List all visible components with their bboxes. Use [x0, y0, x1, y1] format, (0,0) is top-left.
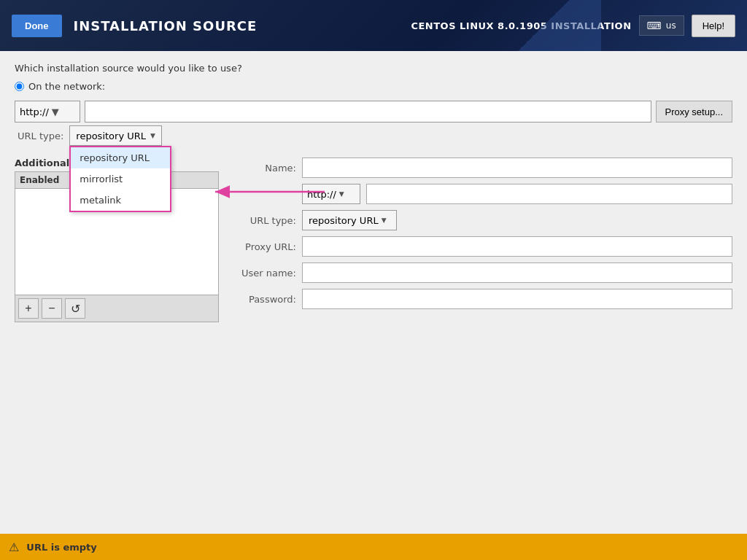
- header-left: Done INSTALLATION SOURCE: [12, 15, 257, 37]
- done-button[interactable]: Done: [12, 15, 62, 37]
- main-content: Which installation source would you like…: [0, 51, 747, 534]
- status-icon: ⚠: [9, 540, 19, 554]
- section-question: Which installation source would you like…: [15, 63, 732, 74]
- repo-url-input[interactable]: [366, 184, 732, 204]
- repo-url-type-arrow: ▼: [382, 217, 387, 224]
- header-decoration: [514, 0, 601, 51]
- add-repo-button[interactable]: +: [18, 298, 39, 319]
- proxy-setup-button[interactable]: Proxy setup...: [656, 101, 732, 122]
- repo-proxy-url-label: Proxy URL:: [231, 241, 296, 252]
- url-type-label-main: URL type:: [18, 131, 63, 141]
- repo-password-label: Password:: [231, 294, 296, 305]
- url-type-row: URL type: repository URL ▼ repository UR…: [15, 125, 732, 146]
- repo-name-input[interactable]: [302, 158, 732, 178]
- protocol-dropdown-arrow-main: ▼: [52, 106, 59, 117]
- status-bar: ⚠ URL is empty: [0, 534, 747, 560]
- network-radio[interactable]: [15, 82, 24, 91]
- status-text: URL is empty: [26, 542, 96, 553]
- url-type-selected-main: repository URL: [76, 131, 146, 141]
- refresh-repo-button[interactable]: ↺: [65, 298, 85, 319]
- protocol-select-main[interactable]: http:// ▼: [15, 101, 80, 122]
- repo-password-row: Password:: [231, 289, 732, 309]
- repo-username-row: User name:: [231, 262, 732, 283]
- menu-item-metalink[interactable]: metalink: [71, 190, 170, 211]
- repo-protocol-arrow: ▼: [339, 190, 344, 198]
- url-type-dropdown-button[interactable]: repository URL ▼: [69, 125, 162, 146]
- protocol-label-main: http://: [20, 106, 49, 117]
- keyboard-label: us: [666, 20, 676, 31]
- repo-username-input[interactable]: [302, 262, 732, 283]
- network-label: On the network:: [28, 81, 105, 92]
- repo-name-label: Name:: [231, 163, 296, 174]
- keyboard-selector[interactable]: ⌨ us: [639, 15, 684, 36]
- repo-username-label: User name:: [231, 268, 296, 279]
- menu-item-repository-url[interactable]: repository URL: [71, 147, 170, 168]
- arrow-annotation: [212, 181, 328, 219]
- help-button[interactable]: Help!: [692, 15, 735, 37]
- repos-toolbar: + − ↺: [15, 295, 219, 322]
- url-type-dropdown-main[interactable]: repository URL ▼ repository URL mirrorli…: [69, 125, 162, 146]
- url-type-arrow-main: ▼: [150, 132, 155, 139]
- repo-name-row: Name:: [231, 158, 732, 178]
- header: Done INSTALLATION SOURCE CENTOS LINUX 8.…: [0, 0, 747, 51]
- repo-password-input[interactable]: [302, 289, 732, 309]
- repo-proxy-url-input[interactable]: [302, 236, 732, 257]
- repos-col-enabled: Enabled: [20, 175, 59, 185]
- network-radio-row: On the network:: [15, 81, 732, 92]
- url-input-row: http:// ▼ Proxy setup...: [15, 101, 732, 122]
- remove-repo-button[interactable]: −: [42, 298, 62, 319]
- page-title: INSTALLATION SOURCE: [74, 18, 258, 34]
- url-type-menu: repository URL mirrorlist metalink: [69, 146, 171, 212]
- repo-proxy-url-row: Proxy URL:: [231, 236, 732, 257]
- menu-item-mirrorlist[interactable]: mirrorlist: [71, 168, 170, 190]
- keyboard-icon: ⌨: [647, 20, 662, 31]
- url-text-input-main[interactable]: [85, 101, 651, 122]
